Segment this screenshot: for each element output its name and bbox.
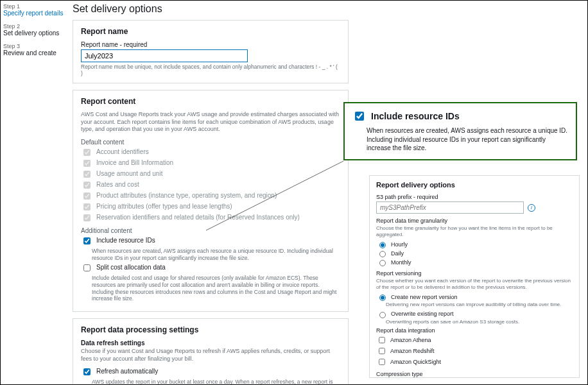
page-title: Set delivery options xyxy=(73,3,349,15)
processing-section: Report data processing settings Data ref… xyxy=(73,318,349,385)
refresh-label: Data refresh settings xyxy=(81,339,340,346)
report-name-label: Report name - required xyxy=(81,41,340,48)
granularity-monthly[interactable] xyxy=(379,260,386,266)
include-resource-ids-desc: When resources are created, AWS assigns … xyxy=(92,248,340,261)
granularity-hourly[interactable] xyxy=(379,242,386,248)
wizard-steps: Step 1 Specify report details Step 2 Set… xyxy=(3,3,65,63)
versioning-create[interactable] xyxy=(379,295,386,301)
callout-include-resource-ids: Include resource IDs When resources are … xyxy=(343,102,577,160)
report-name-hint: Report name must be unique, not include … xyxy=(81,64,340,76)
integration-athena[interactable] xyxy=(379,337,385,343)
default-check-4 xyxy=(83,193,91,200)
granularity-label: Report data time granularity xyxy=(376,218,573,224)
info-icon[interactable]: i xyxy=(528,204,535,212)
callout-checkbox-icon xyxy=(355,112,364,121)
include-resource-ids-checkbox[interactable] xyxy=(83,237,91,244)
additional-content-label: Additional content xyxy=(81,227,340,234)
split-cost-label: Split cost allocation data xyxy=(96,264,166,271)
refresh-auto-checkbox[interactable] xyxy=(83,368,91,375)
split-cost-checkbox[interactable] xyxy=(83,264,91,271)
versioning-overwrite[interactable] xyxy=(379,312,386,318)
refresh-auto-desc: AWS updates the report in your bucket at… xyxy=(92,379,340,385)
step-2[interactable]: Step 2 Set delivery options xyxy=(3,23,65,37)
default-check-6 xyxy=(83,214,91,221)
versioning-create-sub: Delivering new report versions can impro… xyxy=(386,302,573,307)
default-check-5 xyxy=(83,203,91,210)
s3-prefix-label: S3 path prefix - required xyxy=(376,194,573,200)
report-content-section: Report content AWS Cost and Usage Report… xyxy=(73,90,349,312)
report-name-section: Report name Report name - required Repor… xyxy=(73,20,349,83)
split-cost-desc: Include detailed cost and usage for shar… xyxy=(92,275,340,302)
delivery-options-panel: Report delivery options S3 path prefix -… xyxy=(369,175,580,378)
include-resource-ids-label: Include resource IDs xyxy=(96,237,155,244)
versioning-overwrite-sub: Overwriting reports can save on Amazon S… xyxy=(386,319,573,325)
default-check-3 xyxy=(83,182,91,189)
default-check-0 xyxy=(83,149,91,156)
versioning-desc: Choose whether you want each version of … xyxy=(376,278,573,290)
default-check-1 xyxy=(83,160,91,167)
default-content-label: Default content xyxy=(81,139,340,146)
report-name-input[interactable] xyxy=(81,49,248,62)
refresh-auto-label: Refresh automatically xyxy=(96,368,158,375)
report-content-desc: AWS Cost and Usage Reports track your AW… xyxy=(81,111,340,133)
refresh-desc: Choose if you want Cost and Usage Report… xyxy=(81,348,340,363)
report-name-heading: Report name xyxy=(81,27,340,36)
default-check-2 xyxy=(83,171,91,178)
versioning-label: Report versioning xyxy=(376,270,573,277)
integration-label: Report data integration xyxy=(376,327,573,334)
s3-prefix-input[interactable] xyxy=(376,201,524,214)
delivery-heading: Report delivery options xyxy=(376,181,573,189)
step-3[interactable]: Step 3 Review and create xyxy=(3,43,65,56)
granularity-desc: Choose the time granularity for how you … xyxy=(376,225,573,237)
callout-title: Include resource IDs xyxy=(371,111,460,121)
granularity-daily[interactable] xyxy=(379,251,386,257)
integration-quicksight[interactable] xyxy=(379,359,385,365)
integration-redshift[interactable] xyxy=(379,348,385,354)
compression-label: Compression type xyxy=(376,371,573,377)
report-content-heading: Report content xyxy=(81,97,340,106)
processing-heading: Report data processing settings xyxy=(81,325,340,334)
step-1[interactable]: Step 1 Specify report details xyxy=(3,3,65,17)
callout-body: When resources are created, AWS assigns … xyxy=(367,126,568,153)
